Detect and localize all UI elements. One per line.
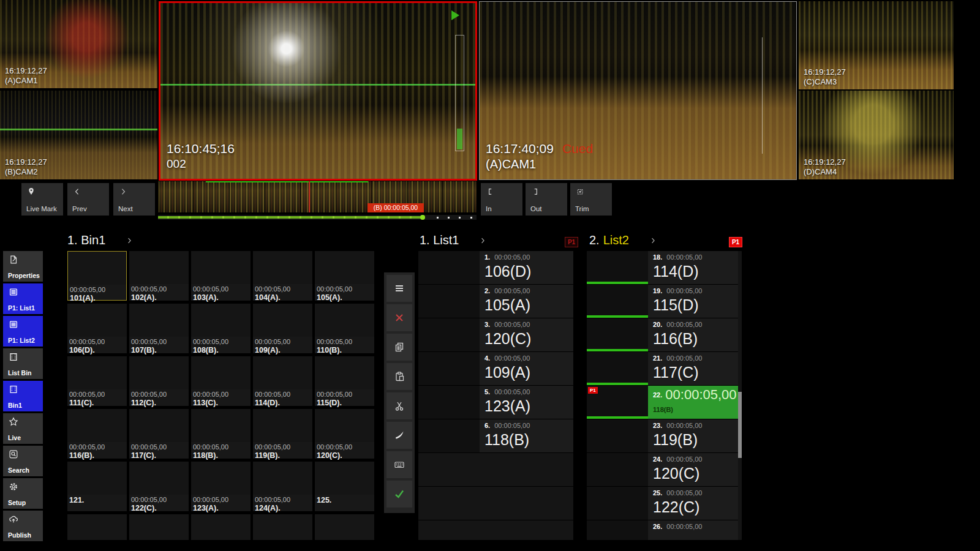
timeline-position-dot[interactable]	[420, 215, 425, 220]
bin-clip[interactable]: 00:00:05,00 116(B).	[67, 409, 127, 459]
timeline-progress-bar	[158, 216, 423, 219]
bin-clip[interactable]: 00:00:05,00 114(D).	[253, 356, 312, 406]
bin-clip[interactable]: 00:00:05,00 111(C).	[67, 356, 127, 406]
tool-cut-button[interactable]	[386, 392, 412, 419]
playlist-item[interactable]: 25. 00:00:05,00 122(C)	[587, 487, 742, 520]
playlist-item[interactable]: 18. 00:00:05,00 114(D)	[587, 251, 742, 284]
bin-clip[interactable]: 00:00:05,00 120(C).	[315, 409, 374, 459]
item-index: 23.	[653, 422, 662, 429]
playlist-item[interactable]: 23. 00:00:05,00 119(B)	[587, 419, 742, 452]
playlist-empty-slot[interactable]	[418, 520, 573, 540]
sidebar-item-search[interactable]: Search	[3, 446, 43, 476]
transport-button[interactable]: Live Mark	[21, 183, 63, 216]
clip-thumbnail	[129, 304, 189, 337]
clip-duration: 00:00:05,00	[317, 285, 374, 293]
timeline-filmstrip[interactable]: (B) 00:00:05,00	[158, 181, 477, 212]
chevron-right-icon[interactable]	[125, 235, 134, 246]
sidebar-item-properties[interactable]: Properties	[3, 251, 43, 282]
chevron-right-icon[interactable]	[649, 235, 657, 246]
timeline-progress[interactable]	[158, 215, 477, 220]
tool-menu-button[interactable]	[386, 275, 412, 302]
timeline-cursor[interactable]	[309, 181, 310, 212]
sidebar-item-setup[interactable]: Setup	[3, 478, 43, 509]
list2-scrollbar-thumb[interactable]	[738, 392, 742, 458]
bin-empty-slot[interactable]	[129, 514, 189, 540]
sidebar-item-live[interactable]: Live	[3, 413, 43, 444]
playlist-item[interactable]: 20. 00:00:05,00 116(B)	[587, 318, 742, 351]
bin-clip[interactable]: 00:00:05,00 105(A).	[315, 251, 374, 301]
bin-clip[interactable]: 00:00:05,00 123(A).	[191, 462, 251, 511]
playlist-item[interactable]: 21. 00:00:05,00 117(C)	[587, 352, 742, 385]
tool-keyboard-button[interactable]	[386, 451, 412, 478]
bin-clip[interactable]: 00:00:05,00 124(A).	[253, 462, 312, 511]
transport-button[interactable]: Prev	[67, 183, 109, 216]
bin-clip[interactable]: 121.	[67, 462, 127, 511]
bin-empty-slot[interactable]	[67, 514, 127, 540]
bin-clip[interactable]: 00:00:05,00 102(A).	[129, 251, 189, 301]
bin-clip[interactable]: 00:00:05,00 115(D).	[315, 356, 374, 406]
playlist-item[interactable]: 6. 00:00:05,00 118(B)	[418, 419, 573, 452]
clip-thumbnail	[253, 356, 312, 389]
playlist-item[interactable]: 4. 00:00:05,00 109(A)	[418, 352, 573, 385]
transport-button[interactable]: In	[481, 183, 522, 216]
sidebar-item-bin1[interactable]: Bin1	[3, 381, 43, 411]
level-meter-line	[762, 37, 763, 154]
tool-column	[384, 272, 415, 513]
bin-clip[interactable]: 00:00:05,00 110(B).	[315, 304, 374, 353]
bin-clip[interactable]: 00:00:05,00 108(B).	[191, 304, 251, 353]
bin-clip[interactable]: 00:00:05,00 101(A).	[67, 251, 127, 301]
program-monitor[interactable]: 16:17:40;09Cued (A)CAM1	[479, 1, 797, 180]
sidebar-item-publish[interactable]: Publish	[3, 511, 43, 541]
bin-clip[interactable]: 00:00:05,00 112(C).	[129, 356, 189, 406]
list2-p1-badge: P1	[729, 237, 742, 247]
monitor-cam-a[interactable]: 16:19:12,27 (A)CAM1	[0, 0, 157, 88]
bin-clip[interactable]: 00:00:05,00 118(B).	[191, 409, 251, 459]
bin-clip[interactable]: 00:00:05,00 106(D).	[67, 304, 127, 353]
sidebar-item-p1-list1[interactable]: P1: List1	[3, 283, 43, 314]
playlist-item[interactable]: 24. 00:00:05,00 120(C)	[587, 453, 742, 486]
tool-copy-button[interactable]	[386, 334, 412, 361]
item-thumbnail	[587, 487, 648, 520]
tool-delete-button[interactable]	[386, 304, 412, 331]
bin-empty-slot[interactable]	[253, 514, 312, 540]
bin-empty-slot[interactable]	[315, 514, 374, 540]
bin-empty-slot[interactable]	[191, 514, 251, 540]
transport-button[interactable]: Trim	[570, 183, 612, 216]
playlist-item[interactable]: 3. 00:00:05,00 120(C)	[418, 318, 573, 351]
list-icon	[8, 287, 19, 298]
tool-paste-button[interactable]	[386, 363, 412, 390]
item-index: 6.	[484, 422, 490, 429]
playlist-item[interactable]: 5. 00:00:05,00 123(A)	[418, 386, 573, 419]
tool-confirm-button[interactable]	[386, 481, 412, 508]
bin-clip[interactable]: 00:00:05,00 113(C).	[191, 356, 251, 406]
transport-button[interactable]: Out	[526, 183, 567, 216]
transport-button[interactable]: Next	[113, 183, 155, 216]
chevron-right-icon[interactable]	[478, 235, 487, 246]
chevron-left-icon	[72, 187, 82, 197]
monitor-cam-b[interactable]: 16:19:12,27 (B)CAM2	[0, 91, 157, 179]
bin-clip[interactable]: 00:00:05,00 119(B).	[253, 409, 312, 459]
playlist-item[interactable]: 26. 00:00:05,00	[587, 520, 742, 540]
playlist-empty-slot[interactable]	[418, 487, 573, 520]
playlist-item[interactable]: 2. 00:00:05,00 105(A)	[418, 285, 573, 318]
tool-mark-button[interactable]	[386, 422, 412, 449]
preview-monitor[interactable]: 16:10:45;16 002	[159, 1, 477, 181]
bin-clip[interactable]: 00:00:05,00 122(C).	[129, 462, 189, 511]
menu-icon	[393, 282, 405, 294]
sidebar-item-p1-list2[interactable]: P1: List2	[3, 316, 43, 347]
playlist-item[interactable]: 1. 00:00:05,00 106(D)	[418, 251, 573, 284]
bin-clip[interactable]: 00:00:05,00 117(C).	[129, 409, 189, 459]
monitor-cam-d[interactable]: 16:19:12,27 (D)CAM4	[799, 91, 954, 179]
bin-clip[interactable]: 00:00:05,00 107(B).	[129, 304, 189, 353]
playlist-empty-slot[interactable]	[418, 453, 573, 486]
item-name: 109(A)	[484, 363, 573, 381]
bin-clip[interactable]: 00:00:05,00 109(A).	[253, 304, 312, 353]
playlist-item[interactable]: P1 22. 00:00:05,00 118(B)	[587, 386, 742, 419]
bin-clip[interactable]: 125.	[315, 462, 374, 511]
bin-clip[interactable]: 00:00:05,00 103(A).	[191, 251, 251, 301]
monitor-cam-c[interactable]: 16:19:12,27 (C)CAM3	[799, 1, 954, 89]
playlist-item[interactable]: 19. 00:00:05,00 115(D)	[587, 285, 742, 318]
bin-clip[interactable]: 00:00:05,00 104(A).	[253, 251, 312, 301]
sidebar-item-list-bin[interactable]: List Bin	[3, 348, 43, 379]
clip-duration: 00:00:05,00	[255, 285, 312, 293]
